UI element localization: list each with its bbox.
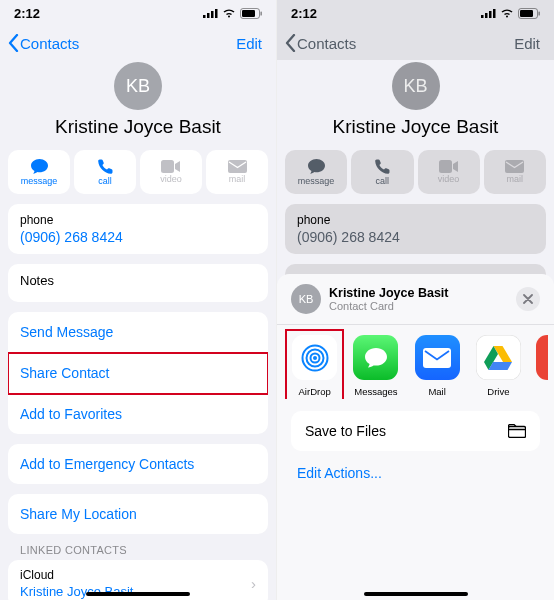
action-list-2: Add to Emergency Contacts xyxy=(8,444,268,484)
svg-rect-6 xyxy=(261,11,262,15)
share-contact-item[interactable]: Share Contact xyxy=(8,353,268,394)
svg-rect-1 xyxy=(207,13,210,18)
svg-rect-5 xyxy=(242,10,255,17)
svg-rect-17 xyxy=(505,160,524,173)
edit-button: Edit xyxy=(514,35,546,52)
battery-icon xyxy=(518,8,540,19)
home-indicator[interactable] xyxy=(364,592,468,596)
svg-rect-8 xyxy=(228,160,247,173)
video-label: video xyxy=(438,174,460,184)
svg-rect-0 xyxy=(203,15,206,18)
avatar[interactable]: KB xyxy=(114,62,162,110)
svg-rect-14 xyxy=(520,10,533,17)
home-indicator[interactable] xyxy=(86,592,190,596)
share-options-row[interactable]: AirDrop Messages Mail Drive xyxy=(277,324,554,399)
avatar: KB xyxy=(392,62,440,110)
notes-label: Notes xyxy=(20,273,54,288)
status-bar: 2:12 xyxy=(277,0,554,26)
call-label: call xyxy=(98,176,112,186)
svg-rect-15 xyxy=(539,11,540,15)
action-list-1: Send Message Share Contact Add to Favori… xyxy=(8,312,268,434)
messages-label: Messages xyxy=(354,386,397,397)
call-button[interactable]: call xyxy=(74,150,136,194)
phone-card[interactable]: phone (0906) 268 8424 xyxy=(8,204,268,254)
airdrop-option[interactable]: AirDrop xyxy=(291,335,338,397)
nav-bar: Contacts Edit xyxy=(277,26,554,60)
message-icon xyxy=(307,158,326,175)
partial-option[interactable] xyxy=(536,335,548,397)
envelope-icon xyxy=(505,160,524,173)
drive-label: Drive xyxy=(487,386,509,397)
phone-icon xyxy=(374,158,391,175)
phone-screen-share-sheet: 2:12 Contacts Edit KB Kristine Joyce Bas… xyxy=(277,0,554,600)
phone-screen-contact: 2:12 Contacts Edit KB Kristine Joyce Bas… xyxy=(0,0,277,600)
messages-option[interactable]: Messages xyxy=(352,335,399,397)
svg-rect-22 xyxy=(423,348,451,368)
mail-option[interactable]: Mail xyxy=(414,335,461,397)
drive-option[interactable]: Drive xyxy=(475,335,522,397)
back-label: Contacts xyxy=(20,35,79,52)
video-icon xyxy=(161,160,181,173)
envelope-icon xyxy=(228,160,247,173)
folder-icon xyxy=(508,424,526,438)
contact-name: Kristine Joyce Basit xyxy=(0,116,276,138)
wifi-icon xyxy=(222,8,236,18)
call-button: call xyxy=(351,150,413,194)
svg-rect-23 xyxy=(509,427,526,438)
clock: 2:12 xyxy=(14,6,40,21)
action-row: message call video mail xyxy=(277,150,554,194)
mail-app-icon xyxy=(415,335,460,380)
airdrop-icon xyxy=(292,335,337,380)
share-title: Kristine Joyce Basit xyxy=(329,286,449,300)
call-label: call xyxy=(376,176,390,186)
save-to-files-item[interactable]: Save to Files xyxy=(291,411,540,451)
action-row: message call video mail xyxy=(0,150,276,194)
video-button: video xyxy=(418,150,480,194)
clock: 2:12 xyxy=(291,6,317,21)
phone-icon xyxy=(97,158,114,175)
linked-header: LINKED CONTACTS xyxy=(0,544,276,560)
wifi-icon xyxy=(500,8,514,18)
edit-button[interactable]: Edit xyxy=(236,35,268,52)
phone-label: phone xyxy=(20,213,256,227)
add-emergency-item[interactable]: Add to Emergency Contacts xyxy=(8,444,268,484)
svg-point-21 xyxy=(313,356,317,360)
message-button: message xyxy=(285,150,347,194)
share-location-item[interactable]: Share My Location xyxy=(8,494,268,534)
nav-bar: Contacts Edit xyxy=(0,26,276,60)
chevron-right-icon: › xyxy=(251,575,256,592)
mail-label: mail xyxy=(229,174,246,184)
mail-label: mail xyxy=(507,174,524,184)
back-button: Contacts xyxy=(285,34,356,52)
video-label: video xyxy=(160,174,182,184)
chevron-left-icon xyxy=(285,34,296,52)
phone-number: (0906) 268 8424 xyxy=(297,229,534,245)
video-button: video xyxy=(140,150,202,194)
battery-icon xyxy=(240,8,262,19)
svg-rect-10 xyxy=(485,13,488,18)
close-button[interactable] xyxy=(516,287,540,311)
signal-icon xyxy=(203,8,218,18)
svg-rect-11 xyxy=(489,11,492,18)
status-icons xyxy=(203,8,262,19)
share-subtitle: Contact Card xyxy=(329,300,449,312)
airdrop-label: AirDrop xyxy=(299,386,331,397)
message-label: message xyxy=(298,176,335,186)
add-favorites-item[interactable]: Add to Favorites xyxy=(8,394,268,434)
back-label: Contacts xyxy=(297,35,356,52)
message-icon xyxy=(30,158,49,175)
notes-card[interactable]: Notes xyxy=(8,264,268,302)
messages-icon xyxy=(353,335,398,380)
edit-actions-item[interactable]: Edit Actions... xyxy=(277,451,554,495)
send-message-item[interactable]: Send Message xyxy=(8,312,268,353)
phone-number: (0906) 268 8424 xyxy=(20,229,256,245)
back-button[interactable]: Contacts xyxy=(8,34,79,52)
phone-card: phone (0906) 268 8424 xyxy=(285,204,546,254)
phone-label: phone xyxy=(297,213,534,227)
message-button[interactable]: message xyxy=(8,150,70,194)
drive-icon xyxy=(476,335,521,380)
save-files-label: Save to Files xyxy=(305,423,386,439)
mail-button: mail xyxy=(484,150,546,194)
status-icons xyxy=(481,8,540,19)
chevron-left-icon xyxy=(8,34,19,52)
